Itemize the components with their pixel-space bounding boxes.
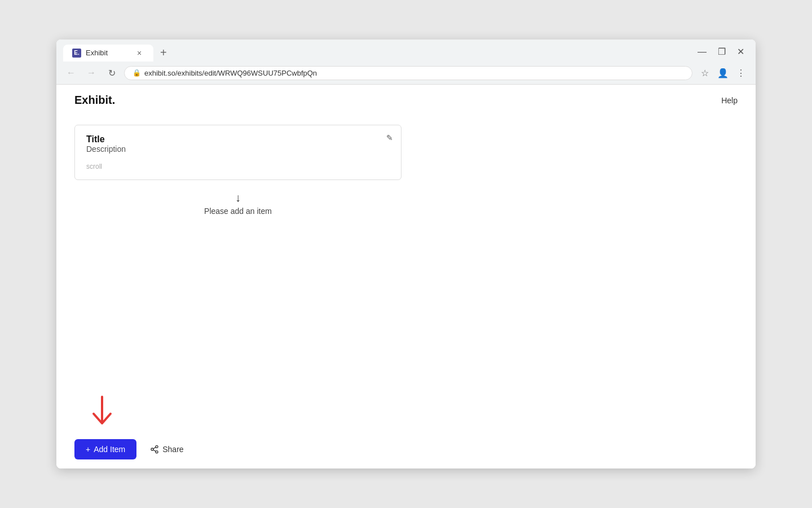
red-arrow-indicator xyxy=(88,394,116,430)
star-button[interactable]: ☆ xyxy=(697,65,713,81)
svg-point-2 xyxy=(151,448,153,450)
reload-button[interactable]: ↻ xyxy=(104,65,120,81)
share-icon xyxy=(150,445,159,454)
add-item-label: Add Item xyxy=(94,445,125,454)
add-item-prompt: ↓ Please add an item xyxy=(74,191,401,216)
exhibit-title: Title xyxy=(86,134,105,144)
forward-button[interactable]: → xyxy=(83,65,99,81)
red-arrow-svg xyxy=(88,394,116,428)
active-tab: E. Exhibit × xyxy=(63,45,153,62)
browser-titlebar: E. Exhibit × + — ❐ ✕ xyxy=(56,40,756,62)
add-item-icon: + xyxy=(86,445,90,454)
window-controls: — ❐ ✕ xyxy=(693,44,749,62)
svg-line-5 xyxy=(153,447,156,449)
browser-window: E. Exhibit × + — ❐ ✕ ← → ↻ 🔒 exhibit.so/… xyxy=(56,40,756,468)
minimize-button[interactable]: — xyxy=(693,44,711,59)
new-tab-button[interactable]: + xyxy=(156,44,171,62)
lock-icon: 🔒 xyxy=(133,69,141,77)
address-text: exhibit.so/exhibits/edit/WRWQ96WSUU75PCw… xyxy=(144,69,317,77)
tab-close-button[interactable]: × xyxy=(134,48,144,58)
prompt-text: Please add an item xyxy=(204,207,272,216)
share-button[interactable]: Share xyxy=(145,439,188,459)
menu-button[interactable]: ⋮ xyxy=(733,65,749,81)
tab-favicon: E. xyxy=(72,49,81,58)
tab-bar: E. Exhibit × + xyxy=(63,44,171,62)
edit-button[interactable]: ✎ xyxy=(386,133,393,142)
bottom-toolbar: + Add Item Share xyxy=(56,430,756,468)
app-header: Exhibit. Help xyxy=(56,85,756,116)
down-arrow-icon: ↓ xyxy=(235,191,241,204)
exhibit-description: Description xyxy=(86,144,390,154)
maximize-button[interactable]: ❐ xyxy=(713,44,730,59)
account-button[interactable]: 👤 xyxy=(715,65,731,81)
address-bar[interactable]: 🔒 exhibit.so/exhibits/edit/WRWQ96WSUU75P… xyxy=(124,66,692,80)
tab-title: Exhibit xyxy=(86,49,130,57)
page-content: Exhibit. Help Title ✎ Description scroll… xyxy=(56,85,756,468)
back-button[interactable]: ← xyxy=(63,65,79,81)
exhibit-card: Title ✎ Description scroll xyxy=(74,125,401,180)
svg-point-1 xyxy=(156,445,158,448)
main-area: Title ✎ Description scroll ↓ Please add … xyxy=(56,116,756,272)
app-logo: Exhibit. xyxy=(74,94,115,107)
svg-line-4 xyxy=(153,450,156,452)
add-item-button[interactable]: + Add Item xyxy=(74,439,136,459)
exhibit-scroll-hint: scroll xyxy=(86,163,390,170)
svg-point-3 xyxy=(156,451,158,453)
toolbar-actions: ☆ 👤 ⋮ xyxy=(697,65,749,81)
browser-toolbar: ← → ↻ 🔒 exhibit.so/exhibits/edit/WRWQ96W… xyxy=(56,62,756,85)
share-label: Share xyxy=(162,445,183,454)
close-button[interactable]: ✕ xyxy=(732,44,749,59)
help-link[interactable]: Help xyxy=(721,96,738,105)
